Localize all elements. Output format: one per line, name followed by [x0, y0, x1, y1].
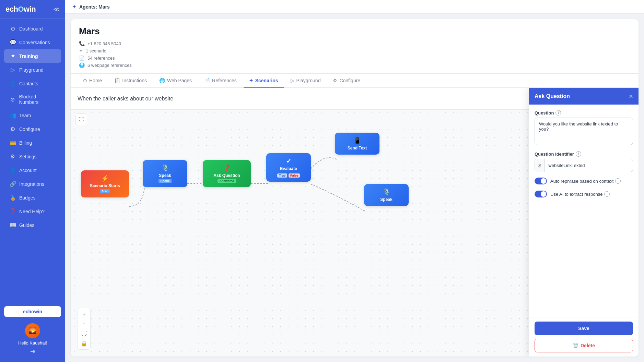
tab-references[interactable]: 📄 References	[199, 74, 242, 88]
blocked-numbers-icon: ⊘	[10, 96, 15, 103]
identifier-field: Question Identifier i $	[535, 151, 633, 172]
logout-button[interactable]: ⇥	[30, 348, 35, 355]
avatar: 🌄	[25, 323, 40, 338]
auto-rephrase-label: Auto rephrase based on context i	[550, 178, 621, 184]
question-info-icon[interactable]: i	[555, 110, 561, 116]
sidebar-item-team[interactable]: 👥 Team	[4, 109, 61, 122]
tabs-bar: ⊙ Home 📋 Instructions 🌐 Web Pages 📄 Refe…	[71, 74, 639, 88]
dashboard-icon: ⊙	[10, 25, 16, 32]
tab-web-pages[interactable]: 🌐 Web Pages	[154, 74, 197, 88]
panel-close-button[interactable]: ×	[629, 93, 633, 100]
company-button[interactable]: echowin	[4, 306, 61, 317]
sidebar-item-need-help[interactable]: ❓ Need Help?	[4, 205, 61, 218]
webpages-tab-icon: 🌐	[159, 78, 165, 83]
sidebar-bottom: echowin 🌄 Hello Kaushal! ⇥	[0, 302, 65, 362]
node-speak-2[interactable]: 🎙️ Speak	[364, 184, 409, 206]
question-textarea[interactable]	[535, 118, 633, 145]
page-card: Mars 📞 +1 820 345 5040 ✦ 1 scenario 📄 54…	[71, 19, 639, 357]
node-ask-question-label: Ask Question	[213, 173, 240, 178]
node-ask-question-badge: Answered	[218, 179, 236, 183]
topbar-breadcrumb: Agents: Mars	[79, 4, 110, 10]
sidebar-item-training[interactable]: ✦ Training	[4, 49, 61, 63]
node-scenario-starts[interactable]: ⚡ Scenario Starts Start	[81, 170, 129, 197]
sidebar-item-settings[interactable]: ⚙ Settings	[4, 150, 61, 163]
expand-canvas-button[interactable]: ⛶	[75, 113, 87, 125]
tab-configure[interactable]: ⚙ Configure	[327, 74, 366, 88]
sidebar-item-contacts[interactable]: 👤 Contacts	[4, 77, 61, 90]
node-scenario-starts-badge: Start	[100, 189, 110, 193]
team-icon: 👥	[10, 112, 16, 119]
sidebar-item-guides[interactable]: 📖 Guides	[4, 218, 61, 232]
sidebar-collapse-button[interactable]: ≪	[53, 5, 60, 13]
tab-scenarios[interactable]: ✦ Scenarios	[244, 74, 284, 88]
guides-icon: 📖	[10, 222, 16, 228]
sidebar-item-badges[interactable]: 🏅 Badges	[4, 191, 61, 204]
home-tab-icon: ⊙	[83, 78, 87, 83]
use-ai-toggle[interactable]	[535, 191, 547, 197]
identifier-info-icon[interactable]: i	[576, 151, 581, 157]
node-speak-1-badge: Spoke	[159, 179, 171, 183]
node-evaluate[interactable]: ✓ Evaluate True False	[266, 153, 311, 182]
node-evaluate-label: Evaluate	[280, 166, 297, 171]
node-scenario-starts-label: Scenario Starts	[90, 183, 120, 188]
agent-header: Mars 📞 +1 820 345 5040 ✦ 1 scenario 📄 54…	[71, 19, 639, 74]
node-evaluate-false: False	[289, 173, 300, 178]
zoom-out-button[interactable]: −	[79, 319, 89, 329]
sidebar-item-conversations[interactable]: 💬 Conversations	[4, 36, 61, 49]
sidebar-item-billing[interactable]: 💳 Billing	[4, 136, 61, 149]
node-send-text[interactable]: 📱 Send Text	[335, 133, 379, 155]
sidebar-header: echOwin ≪	[0, 0, 65, 19]
settings-icon: ⚙	[10, 153, 16, 160]
user-info: 🌄 Hello Kaushal! ⇥	[4, 321, 61, 358]
delete-icon: 🗑️	[573, 343, 578, 348]
lock-button[interactable]: 🔒	[79, 338, 89, 348]
agent-references: 📄 54 references	[79, 55, 630, 61]
main-content: ✦ Agents: Mars Mars 📞 +1 820 345 5040 ✦ …	[65, 0, 644, 362]
page-wrapper: Mars 📞 +1 820 345 5040 ✦ 1 scenario 📄 54…	[65, 14, 644, 362]
node-send-text-label: Send Text	[348, 146, 367, 150]
save-button[interactable]: Save	[535, 322, 633, 335]
node-speak-1-label: Speak	[159, 173, 171, 178]
sidebar-item-account[interactable]: 👤 Account	[4, 164, 61, 177]
identifier-input-wrapper: $	[535, 159, 633, 172]
panel-title: Ask Question	[535, 93, 570, 99]
auto-rephrase-info-icon[interactable]: i	[615, 178, 621, 184]
identifier-prefix: $	[535, 159, 545, 172]
tab-playground[interactable]: ▷ Playground	[285, 74, 326, 88]
node-evaluate-true: True	[277, 173, 287, 178]
agent-phone: 📞 +1 820 345 5040	[79, 41, 630, 46]
node-speak-1-icon: 🎙️	[161, 164, 169, 172]
sidebar: echOwin ≪ ⊙ Dashboard 💬 Conversations ✦ …	[0, 0, 65, 362]
delete-button[interactable]: 🗑️ Delete	[535, 339, 633, 352]
sidebar-item-blocked-numbers[interactable]: ⊘ Blocked Numbers	[4, 90, 61, 108]
sidebar-item-dashboard[interactable]: ⊙ Dashboard	[4, 22, 61, 35]
node-ask-question-icon: ❓	[223, 164, 231, 172]
scenarios-tab-icon: ✦	[249, 78, 253, 83]
badges-icon: 🏅	[10, 194, 16, 201]
use-ai-info-icon[interactable]: i	[604, 191, 610, 197]
tab-home[interactable]: ⊙ Home	[78, 74, 107, 88]
user-name-label: Hello Kaushal!	[18, 340, 47, 346]
auto-rephrase-toggle[interactable]	[535, 178, 547, 184]
playground-icon: ▷	[10, 67, 16, 73]
node-speak-1[interactable]: 🎙️ Speak Spoke	[143, 160, 187, 187]
node-evaluate-icon: ✓	[286, 157, 291, 165]
zoom-in-button[interactable]: +	[79, 310, 89, 319]
agent-name: Mars	[79, 26, 630, 37]
configure-tab-icon: ⚙	[333, 78, 337, 83]
panel-header: Ask Question ×	[529, 88, 639, 105]
webpage-icon: 🌐	[79, 62, 85, 68]
node-send-text-icon: 📱	[353, 137, 361, 144]
sidebar-item-integrations[interactable]: 🔗 Integrations	[4, 177, 61, 191]
sidebar-item-playground[interactable]: ▷ Playground	[4, 63, 61, 76]
fit-button[interactable]: ⛶	[79, 329, 89, 338]
training-icon: ✦	[10, 53, 16, 59]
phone-icon: 📞	[79, 41, 85, 46]
tab-instructions[interactable]: 📋 Instructions	[109, 74, 152, 88]
topbar-agent-icon: ✦	[72, 3, 77, 10]
node-ask-question[interactable]: ❓ Ask Question Answered	[203, 160, 251, 187]
identifier-input[interactable]	[545, 159, 633, 171]
node-speak-2-icon: 🎙️	[383, 188, 390, 196]
sidebar-item-configure[interactable]: ⚙ Configure	[4, 122, 61, 136]
instructions-tab-icon: 📋	[114, 78, 120, 83]
